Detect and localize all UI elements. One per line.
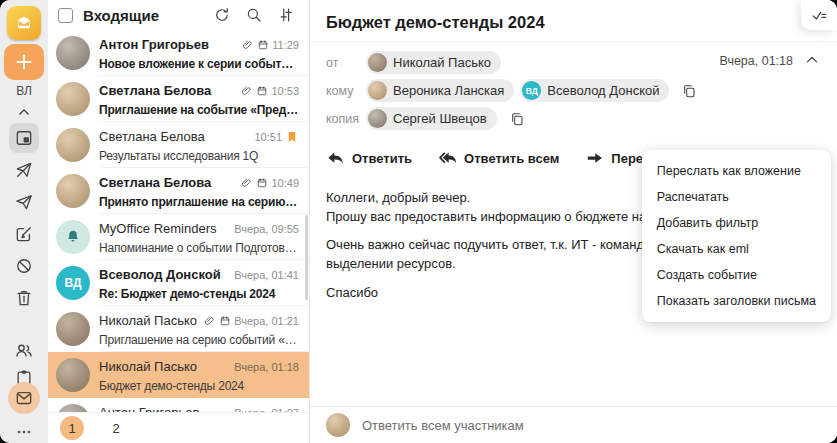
list-item[interactable]: Светлана Белова 10:49 Принято приглашени… — [48, 168, 309, 214]
menu-item-print[interactable]: Распечатать — [642, 184, 831, 210]
reply-icon — [326, 149, 345, 168]
reply-all-button[interactable]: Ответить всем — [438, 149, 559, 168]
paperclip-icon — [241, 85, 253, 97]
list-item[interactable]: MyOffice Reminders Вчера, 09:55 Напомина… — [48, 214, 309, 260]
inbox-icon — [14, 128, 34, 148]
avatar — [368, 53, 387, 72]
from-label: от — [326, 56, 366, 70]
collapse-user-chevron[interactable] — [12, 100, 36, 124]
compose-new-button[interactable] — [4, 44, 44, 80]
more-apps-button[interactable] — [12, 420, 36, 443]
menu-item-add-filter[interactable]: Добавить фильтр — [642, 210, 831, 236]
menu-item-forward-as-attachment[interactable]: Переслать как вложение — [642, 158, 831, 184]
list-item[interactable]: Светлана Белова 10:51 Результаты исследо… — [48, 122, 309, 168]
list-header: Входящие — [48, 0, 309, 30]
reply-all-icon — [438, 149, 457, 168]
sidebar-folder-sent[interactable] — [12, 190, 36, 214]
bell-icon — [64, 228, 82, 246]
quick-reply-bar[interactable]: Ответить всем участникам — [310, 406, 837, 443]
app-logo — [7, 6, 41, 40]
email-subject-title: Бюджет демо-стенды 2024 — [310, 0, 837, 41]
paperclip-icon — [242, 39, 254, 51]
email-meta: от Николай Пасько кому Вероника Ланская … — [310, 42, 837, 130]
refresh-icon — [213, 6, 231, 24]
context-menu: Переслать как вложение Распечатать Добав… — [642, 150, 831, 322]
spam-icon — [14, 256, 34, 276]
avatar — [56, 404, 90, 412]
sidebar-folder-trash[interactable] — [12, 286, 36, 310]
mail-logo-icon — [13, 12, 35, 34]
sidebar-app-mail[interactable] — [8, 382, 40, 414]
list-item[interactable]: ВД Всеволод Донской Вчера, 01:41 Re: Бюд… — [48, 260, 309, 306]
quick-reply-placeholder: Ответить всем участникам — [362, 418, 524, 433]
folder-title: Входящие — [83, 7, 201, 24]
chevron-up-icon — [14, 102, 34, 122]
contact-chip-to[interactable]: ВД Всеволод Донской — [520, 79, 669, 102]
list-item[interactable]: Антон Григорьев 11:29 Новое вложение к с… — [48, 30, 309, 76]
checklist-icon — [810, 6, 829, 25]
list-item[interactable]: Николай Пасько Вчера, 01:21 Приглашение … — [48, 306, 309, 352]
email-date: Вчера, 01:18 — [719, 54, 793, 68]
page-button-1[interactable]: 1 — [60, 416, 84, 440]
calendar-icon — [219, 315, 231, 327]
menu-item-download-eml[interactable]: Скачать как eml — [642, 236, 831, 262]
avatar — [368, 81, 387, 100]
compose-icon — [14, 224, 34, 244]
sidebar-folder-spam[interactable] — [12, 254, 36, 278]
contact-chip-to[interactable]: Вероника Ланская — [366, 79, 514, 102]
refresh-button[interactable] — [211, 4, 233, 26]
reply-button[interactable]: Ответить — [326, 149, 412, 168]
contacts-icon — [14, 340, 34, 360]
sent-icon — [14, 192, 34, 212]
avatar — [56, 174, 90, 208]
contact-chip-cc[interactable]: Сергей Швецов — [366, 107, 497, 130]
chevron-up-icon — [803, 51, 821, 69]
left-rail: ВЛ — [0, 0, 48, 443]
calendar-icon — [256, 177, 268, 189]
list-item[interactable]: Антон Григорьев Вчера, 01:07 — [48, 398, 309, 412]
avatar — [56, 82, 90, 116]
to-label: кому — [326, 84, 366, 98]
avatar — [56, 36, 90, 70]
message-list: Антон Григорьев 11:29 Новое вложение к с… — [48, 30, 309, 412]
app-window: ВЛ — [0, 0, 837, 443]
calendar-icon — [257, 39, 269, 51]
avatar — [368, 109, 387, 128]
cc-label: копия — [326, 112, 366, 126]
collapse-header-button[interactable] — [803, 51, 823, 71]
menu-item-create-event[interactable]: Создать событие — [642, 262, 831, 288]
copy-recipients-button[interactable] — [679, 81, 699, 101]
mail-icon — [14, 388, 34, 408]
menu-item-show-headers[interactable]: Показать заголовки письма — [642, 288, 831, 314]
user-avatar-initials[interactable]: ВЛ — [0, 84, 48, 98]
search-button[interactable] — [243, 4, 265, 26]
forward-icon — [585, 149, 604, 168]
avatar-initials: ВД — [56, 266, 90, 300]
sidebar-folder-sent-cancel[interactable] — [12, 158, 36, 182]
sidebar-app-contacts[interactable] — [12, 338, 36, 362]
list-scrollbar[interactable] — [305, 215, 308, 300]
copy-icon — [509, 111, 525, 127]
select-messages-button[interactable] — [801, 0, 837, 30]
plus-icon — [13, 51, 35, 73]
page-button-2[interactable]: 2 — [104, 416, 128, 440]
list-item[interactable]: Светлана Белова 10:53 Приглашение на соб… — [48, 76, 309, 122]
paperclip-icon — [204, 315, 216, 327]
copy-cc-button[interactable] — [507, 109, 527, 129]
avatar-initials: ВД — [522, 81, 541, 100]
flag-icon — [285, 130, 299, 144]
list-item-selected[interactable]: Николай Пасько Вчера, 01:18 Бюджет демо-… — [48, 352, 309, 398]
sidebar-folder-drafts[interactable] — [12, 222, 36, 246]
sidebar-folder-inbox[interactable] — [12, 126, 36, 150]
contact-chip-from[interactable]: Николай Пасько — [366, 51, 501, 74]
avatar — [56, 220, 90, 254]
search-icon — [245, 6, 263, 24]
avatar — [326, 413, 350, 437]
paperclip-icon — [241, 177, 253, 189]
select-all-checkbox[interactable] — [58, 8, 73, 23]
copy-icon — [681, 83, 697, 99]
avatar — [56, 312, 90, 346]
message-list-panel: Входящие — [48, 0, 310, 443]
trash-icon — [14, 288, 34, 308]
filter-button[interactable] — [275, 4, 297, 26]
